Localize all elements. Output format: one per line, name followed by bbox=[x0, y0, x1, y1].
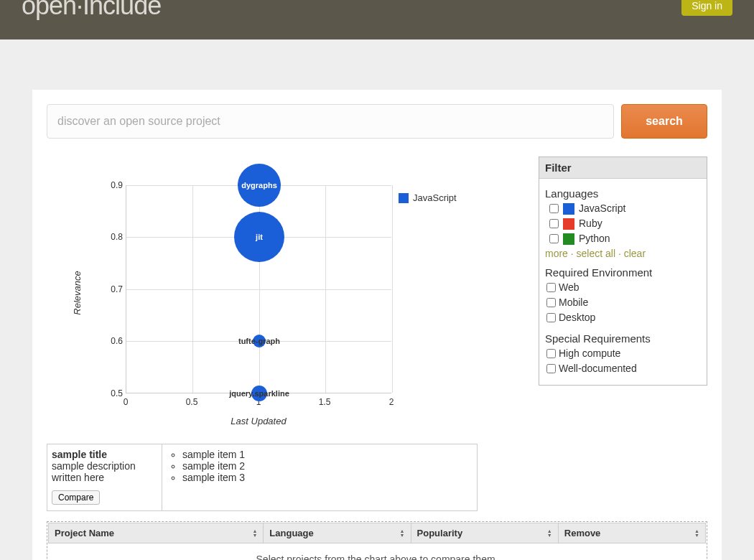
filter-env-title: Required Environment bbox=[545, 266, 701, 279]
sample-item: sample item 3 bbox=[182, 472, 470, 483]
filter-language-row: Python bbox=[545, 231, 701, 246]
chart-xlabel: Last Updated bbox=[47, 416, 470, 426]
compare-table: Project Name▲▼ Language▲▼ Popularity▲▼ R… bbox=[47, 521, 707, 560]
sort-icon: ▲▼ bbox=[547, 529, 552, 538]
filter-header: Filter bbox=[539, 157, 707, 179]
compare-button[interactable]: Compare bbox=[52, 490, 100, 505]
column-header[interactable]: Popularity▲▼ bbox=[411, 523, 559, 543]
sample-item: sample item 2 bbox=[182, 460, 470, 472]
plot-area: dygraphs jit tufte-graph jquery.sparklin… bbox=[126, 185, 391, 393]
filter-env-label: Web bbox=[559, 280, 580, 295]
legend-swatch-icon bbox=[399, 193, 409, 203]
column-header[interactable]: Remove▲▼ bbox=[559, 523, 705, 543]
legend-label: JavaScript bbox=[413, 192, 457, 203]
column-header[interactable]: Project Name▲▼ bbox=[49, 523, 264, 543]
xtick: 0.5 bbox=[186, 397, 198, 407]
filter-env-checkbox[interactable] bbox=[546, 298, 556, 307]
filter-special-label: Well-documented bbox=[559, 361, 637, 376]
filter-special-checkbox[interactable] bbox=[546, 349, 556, 358]
sample-description: sample description written here bbox=[52, 460, 157, 483]
ytick: 0.6 bbox=[103, 336, 123, 346]
compare-table-empty-msg: Select projects from the chart above to … bbox=[48, 543, 706, 560]
search-input[interactable] bbox=[47, 104, 614, 139]
filter-panel: Filter Languages JavaScript Ruby Python bbox=[539, 157, 707, 386]
sample-item: sample item 1 bbox=[182, 449, 470, 460]
language-swatch-icon bbox=[563, 218, 574, 230]
chart-legend: JavaScript bbox=[399, 192, 457, 203]
filter-language-label: Ruby bbox=[579, 216, 602, 231]
filter-special-checkbox[interactable] bbox=[546, 364, 556, 373]
filter-env-checkbox[interactable] bbox=[546, 283, 556, 292]
filter-language-label: JavaScript bbox=[579, 201, 625, 216]
bubble-chart: Relevance 0.9 0.8 0.7 0.6 0.5 0 0.5 1 1.… bbox=[47, 157, 531, 429]
language-swatch-icon bbox=[563, 233, 574, 245]
ytick: 0.7 bbox=[103, 284, 123, 294]
filter-env-label: Desktop bbox=[559, 310, 595, 325]
sample-panel: sample title sample description written … bbox=[47, 444, 478, 511]
filter-language-checkbox[interactable] bbox=[549, 204, 559, 213]
filter-env-label: Mobile bbox=[559, 295, 588, 310]
topbar: open·Include Sign in bbox=[0, 0, 754, 39]
column-header[interactable]: Language▲▼ bbox=[264, 523, 411, 543]
filter-select-all-link[interactable]: select all bbox=[577, 248, 615, 259]
brand: open·Include bbox=[22, 0, 161, 19]
filter-language-row: Ruby bbox=[545, 216, 701, 231]
search-button[interactable]: search bbox=[621, 104, 707, 139]
filter-clear-link[interactable]: clear bbox=[624, 248, 646, 259]
sort-icon: ▲▼ bbox=[694, 529, 699, 538]
filter-language-checkbox[interactable] bbox=[549, 219, 559, 228]
ytick: 0.8 bbox=[103, 232, 123, 242]
ytick: 0.9 bbox=[103, 180, 123, 190]
xtick: 0 bbox=[124, 397, 129, 407]
language-swatch-icon bbox=[563, 203, 574, 215]
filter-language-row: JavaScript bbox=[545, 201, 701, 216]
filter-language-label: Python bbox=[579, 231, 610, 246]
compare-table-header: Project Name▲▼ Language▲▼ Popularity▲▼ R… bbox=[48, 523, 706, 543]
chart-bubble[interactable]: jquery.sparkline bbox=[251, 386, 267, 401]
sample-title: sample title bbox=[52, 449, 157, 460]
filter-special-label: High compute bbox=[559, 346, 620, 361]
sort-icon: ▲▼ bbox=[400, 529, 405, 538]
signin-button[interactable]: Sign in bbox=[681, 0, 732, 16]
sort-icon: ▲▼ bbox=[252, 529, 257, 538]
filter-more-link[interactable]: more bbox=[545, 248, 568, 259]
chart-bubble[interactable]: dygraphs bbox=[238, 164, 281, 207]
chart-column: Relevance 0.9 0.8 0.7 0.6 0.5 0 0.5 1 1.… bbox=[47, 157, 531, 429]
chart-ylabel: Relevance bbox=[72, 271, 83, 314]
filter-languages-title: Languages bbox=[545, 187, 701, 200]
filter-env-checkbox[interactable] bbox=[546, 313, 556, 322]
filter-language-checkbox[interactable] bbox=[549, 234, 559, 243]
main-container: search Relevance 0.9 0.8 0.7 0.6 0.5 0 0… bbox=[32, 90, 722, 560]
filter-special-title: Special Requirements bbox=[545, 332, 701, 345]
xtick: 1.5 bbox=[319, 397, 331, 407]
xtick: 2 bbox=[389, 397, 394, 407]
chart-bubble[interactable]: tufte-graph bbox=[253, 335, 266, 347]
ytick: 0.5 bbox=[103, 388, 123, 398]
chart-bubble[interactable]: jit bbox=[234, 212, 284, 262]
search-row: search bbox=[47, 104, 707, 139]
